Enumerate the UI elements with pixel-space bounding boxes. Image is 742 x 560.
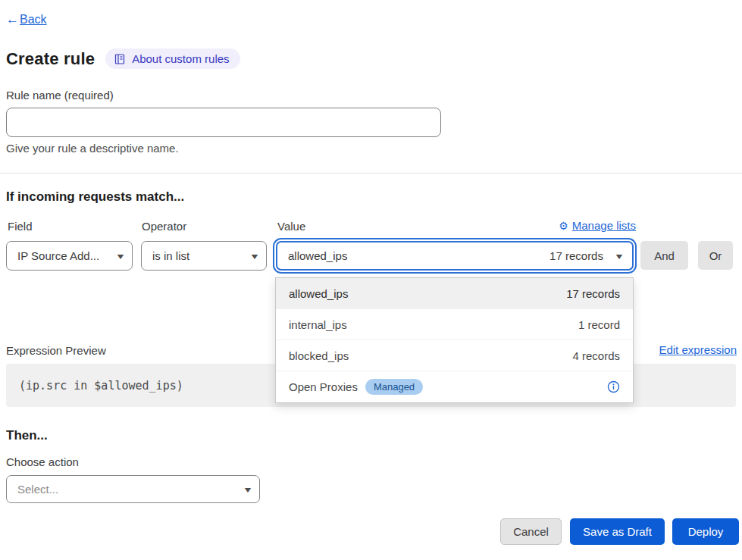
edit-expression-link[interactable]: Edit expression: [659, 343, 737, 356]
chevron-down-icon: ▾: [245, 485, 251, 494]
list-option-name: allowed_ips: [289, 287, 348, 300]
or-button[interactable]: Or: [698, 241, 733, 270]
value-column-label: Value: [277, 220, 305, 233]
chevron-down-icon: ▾: [616, 252, 622, 261]
info-icon[interactable]: [607, 380, 620, 393]
field-select[interactable]: IP Source Add... ▾: [6, 241, 133, 271]
list-option-name: Open Proxies: [289, 380, 358, 393]
back-link-label: Back: [20, 13, 47, 27]
value-select-value: allowed_ips: [288, 249, 347, 262]
about-custom-rules-link[interactable]: About custom rules: [105, 48, 240, 69]
section-divider: [0, 173, 742, 174]
list-option-blocked-ips[interactable]: blocked_ips 4 records: [276, 340, 633, 371]
page-title: Create rule: [6, 49, 95, 69]
book-icon: [114, 53, 126, 65]
list-option-name: internal_ips: [289, 318, 347, 331]
value-select-records: 17 records: [549, 249, 603, 262]
chevron-down-icon: ▾: [252, 252, 258, 261]
rule-name-input[interactable]: [6, 108, 441, 137]
action-select[interactable]: Select... ▾: [6, 475, 260, 503]
rule-name-label: Rule name (required): [6, 89, 114, 102]
list-option-detail: 17 records: [566, 287, 620, 300]
managed-badge: Managed: [365, 379, 423, 395]
deploy-button[interactable]: Deploy: [672, 518, 739, 545]
then-section-heading: Then...: [6, 428, 48, 443]
operator-select[interactable]: is in list ▾: [141, 241, 267, 271]
list-option-open-proxies[interactable]: Open Proxies Managed: [276, 371, 633, 402]
expression-code: (ip.src in $allowed_ips): [19, 379, 183, 393]
operator-column-label: Operator: [142, 220, 186, 233]
gear-icon: ⚙: [559, 220, 568, 232]
title-row: Create rule About custom rules: [6, 48, 240, 69]
choose-action-label: Choose action: [6, 455, 79, 468]
operator-select-value: is in list: [152, 249, 189, 262]
about-badge-label: About custom rules: [132, 52, 229, 65]
rule-name-helper-text: Give your rule a descriptive name.: [6, 142, 179, 155]
expression-preview-label: Expression Preview: [6, 344, 106, 357]
back-link[interactable]: ←Back: [6, 12, 47, 27]
match-section-heading: If incoming requests match...: [6, 189, 184, 205]
value-select[interactable]: allowed_ips 17 records ▾: [276, 241, 634, 271]
action-select-placeholder: Select...: [17, 483, 58, 496]
field-select-value: IP Source Add...: [17, 249, 99, 262]
chevron-down-icon: ▾: [117, 252, 124, 261]
back-arrow-icon: ←: [6, 12, 19, 27]
list-option-internal-ips[interactable]: internal_ips 1 record: [276, 309, 633, 340]
list-option-detail: 1 record: [578, 318, 620, 331]
and-button[interactable]: And: [640, 241, 688, 270]
manage-lists-link[interactable]: ⚙ Manage lists: [559, 219, 636, 232]
list-option-name: blocked_ips: [289, 349, 349, 362]
field-column-label: Field: [8, 220, 33, 233]
cancel-button[interactable]: Cancel: [500, 518, 562, 545]
manage-lists-label: Manage lists: [572, 219, 636, 232]
value-dropdown-panel: allowed_ips 17 records internal_ips 1 re…: [275, 277, 634, 403]
list-option-allowed-ips[interactable]: allowed_ips 17 records: [276, 278, 633, 309]
save-as-draft-button[interactable]: Save as Draft: [570, 518, 665, 545]
list-option-detail: 4 records: [572, 349, 620, 362]
